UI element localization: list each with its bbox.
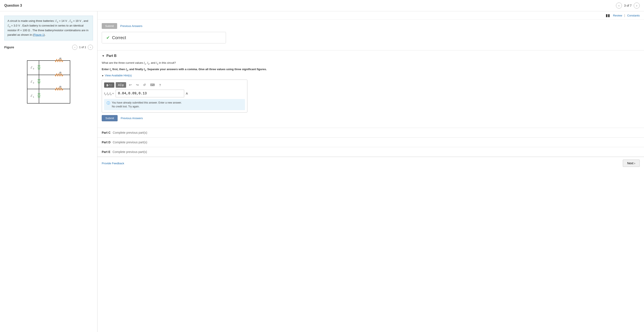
fig-next-button[interactable]: ›: [88, 45, 93, 50]
math-toolbar: ▮✓□ ΑΣφ ↩ ↪ ↺ ⌨ ?: [104, 82, 245, 88]
warning-line1: You have already submitted this answer. …: [112, 101, 182, 104]
part-b-submit-button[interactable]: Submit: [102, 115, 118, 121]
part-e-label: Part E: [102, 150, 110, 154]
next-button[interactable]: Next ›: [623, 160, 640, 167]
review-link[interactable]: Review: [613, 14, 622, 17]
toolbar-reset-btn[interactable]: ↺: [142, 82, 147, 88]
part-d-row: Part D Complete previous part(s): [98, 138, 644, 147]
part-a-prev-answers-link[interactable]: Previous Answers: [120, 24, 142, 28]
warning-text: You have already submitted this answer. …: [112, 101, 182, 108]
submit-button-disabled: Submit: [102, 23, 117, 29]
svg-text:1: 1: [33, 96, 34, 98]
constants-link[interactable]: Constants: [627, 14, 640, 17]
page-text: 3 of 7: [624, 4, 632, 7]
question-title: Question 3: [4, 4, 22, 7]
warning-box: ⓘ You have already submitted this answer…: [104, 99, 245, 110]
toolbar-undo-btn[interactable]: ↩: [128, 82, 133, 88]
correct-box: ✔ Correct: [102, 32, 226, 43]
part-a-section: Submit Previous Answers ✔ Correct: [98, 20, 644, 50]
part-b-label: Part B: [106, 54, 116, 58]
fig-prev-button[interactable]: ‹: [72, 45, 77, 50]
math-answer-input[interactable]: [116, 90, 184, 97]
part-e-status: Complete previous part(s): [112, 150, 147, 154]
svg-text:ℰ: ℰ: [30, 66, 32, 69]
input-label: I1,I2,I3 =: [104, 92, 114, 96]
part-d-label: Part D: [102, 141, 110, 144]
next-arrow-icon: ›: [634, 162, 635, 165]
part-c-row: Part C Complete previous part(s): [98, 128, 644, 138]
toolbar-symbol-btn[interactable]: ▮✓□: [104, 82, 114, 88]
hint-arrow-icon: ►: [102, 74, 104, 77]
part-a-submit-row: Submit Previous Answers: [102, 23, 640, 29]
figure-header: Figure ‹ 1 of 1 ›: [4, 45, 93, 50]
circuit-diagram: ℰ 3 R: [14, 54, 83, 105]
next-label: Next: [627, 162, 634, 165]
figure-pagination: 1 of 1: [79, 46, 86, 49]
figure-nav: ‹ 1 of 1 ›: [72, 45, 93, 50]
main-layout: A circuit is made using three batteries:…: [0, 11, 644, 332]
part-d-status: Complete previous part(s): [113, 141, 147, 144]
feedback-link[interactable]: Provide Feedback: [102, 162, 124, 165]
part-b-submit-row: Submit Previous Answers: [102, 115, 640, 121]
figure-section: Figure ‹ 1 of 1 ›: [4, 45, 93, 108]
toolbar-redo-btn[interactable]: ↪: [134, 82, 140, 88]
part-b-section: ▼ Part B What are the three current valu…: [98, 50, 644, 128]
right-top-bar: ▮▮ Review | Constants: [98, 11, 644, 20]
part-c-status: Complete previous part(s): [113, 131, 147, 134]
svg-text:ℰ: ℰ: [30, 94, 32, 97]
svg-text:2: 2: [33, 82, 34, 84]
left-panel: A circuit is made using three batteries:…: [0, 11, 98, 332]
input-row: I1,I2,I3 = A: [104, 90, 245, 97]
review-icon: ▮▮: [606, 13, 610, 18]
svg-text:ℰ: ℰ: [30, 80, 32, 83]
figure-title: Figure: [4, 45, 14, 49]
toolbar-help-btn[interactable]: ?: [158, 82, 162, 88]
part-c-label: Part C: [102, 131, 110, 134]
unit-label: A: [186, 92, 188, 95]
math-input-area: ▮✓□ ΑΣφ ↩ ↪ ↺ ⌨ ? I1,I2,I3 = A ⓘ: [102, 80, 247, 113]
top-bar: Question 3 ‹ 3 of 7 ›: [0, 0, 644, 11]
part-b-question: What are the three current values I1, I2…: [102, 61, 640, 65]
hint-link[interactable]: View Available Hint(s): [105, 74, 132, 77]
checkmark-icon: ✔: [106, 35, 110, 40]
prev-page-button[interactable]: ‹: [616, 2, 622, 8]
right-panel: ▮▮ Review | Constants Submit Previous An…: [98, 11, 644, 332]
correct-label: Correct: [112, 35, 126, 40]
pagination: ‹ 3 of 7 ›: [616, 2, 640, 8]
bottom-bar: Provide Feedback Next ›: [98, 157, 644, 169]
part-e-row: Part E Complete previous part(s): [98, 147, 644, 157]
warning-line2: No credit lost. Try again.: [112, 105, 140, 108]
toolbar-keyboard-btn[interactable]: ⌨: [149, 82, 156, 88]
separator: |: [624, 14, 625, 17]
part-b-header: ▼ Part B: [102, 54, 640, 58]
figure-link[interactable]: Figure 1: [34, 33, 44, 36]
toolbar-greek-btn[interactable]: ΑΣφ: [116, 82, 126, 88]
part-b-instruction: Enter I1 first, then I2, and finally I3.…: [102, 67, 640, 72]
svg-text:3: 3: [33, 68, 34, 70]
collapse-icon[interactable]: ▼: [102, 54, 105, 58]
part-b-prev-answers-link[interactable]: Previous Answers: [120, 117, 143, 120]
circuit-container: ℰ 3 R: [4, 52, 93, 108]
next-page-button[interactable]: ›: [634, 2, 640, 8]
problem-text: A circuit is made using three batteries:…: [4, 16, 93, 40]
info-icon: ⓘ: [107, 101, 110, 105]
